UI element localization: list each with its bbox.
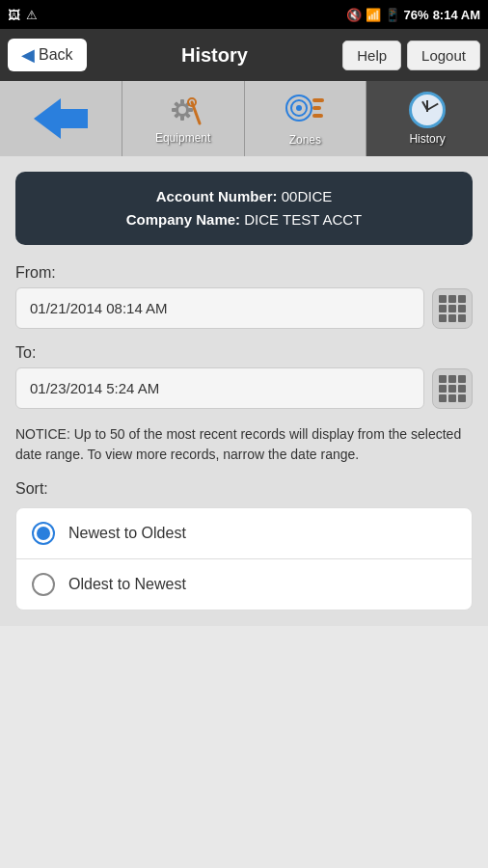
to-input-row: 01/23/2014 5:24 AM (15, 367, 473, 409)
tab-back[interactable] (0, 81, 122, 156)
svg-rect-15 (312, 98, 324, 102)
radio-newest[interactable] (32, 522, 55, 545)
svg-rect-17 (312, 114, 323, 118)
history-clock-icon (409, 92, 446, 128)
status-right-info: 🔇 📶 📱 76% 8:14 AM (346, 8, 480, 22)
back-arrow-tab-icon (34, 98, 88, 139)
zones-tab-label: Zones (289, 133, 321, 147)
main-content: Account Number: 00DICE Company Name: DIC… (0, 156, 488, 626)
to-date-input[interactable]: 01/23/2014 5:24 AM (15, 367, 424, 409)
time-display: 8:14 AM (433, 8, 480, 22)
grid-icon-2 (439, 375, 466, 402)
svg-rect-4 (172, 108, 176, 112)
account-number-label: Account Number: (156, 188, 278, 204)
tab-bar: Equipment Zones History (0, 81, 488, 156)
help-button[interactable]: Help (342, 41, 401, 70)
radio-oldest[interactable] (32, 573, 55, 596)
status-left-icons: 🖼 ⚠ (8, 8, 38, 22)
from-date-input[interactable]: 01/21/2014 08:14 AM (15, 287, 424, 329)
radio-newest-inner (37, 527, 50, 540)
nav-right-buttons: Help Logout (342, 41, 480, 70)
equipment-icon (165, 93, 202, 127)
account-number-value: 00DICE (282, 188, 333, 204)
sort-label: Sort: (15, 480, 473, 498)
mute-icon: 🔇 (346, 8, 362, 22)
sort-option-oldest[interactable]: Oldest to Newest (16, 559, 472, 610)
from-label: From: (15, 264, 473, 282)
sort-newest-label: Newest to Oldest (68, 525, 186, 542)
company-name-label: Company Name: (126, 211, 240, 228)
wifi-icon: 📶 (366, 8, 381, 22)
tab-history[interactable]: History (366, 81, 488, 156)
from-calendar-button[interactable] (432, 288, 473, 329)
back-button[interactable]: ◀ Back (8, 39, 87, 71)
back-label: Back (39, 46, 73, 64)
signal-icon: 📱 (385, 8, 400, 22)
sort-options-group: Newest to Oldest Oldest to Newest (15, 507, 473, 610)
sort-option-newest[interactable]: Newest to Oldest (16, 508, 472, 559)
svg-rect-16 (312, 106, 321, 110)
account-number-line: Account Number: 00DICE (31, 185, 457, 208)
svg-rect-2 (180, 99, 184, 104)
history-tab-label: History (409, 132, 445, 146)
svg-point-1 (178, 106, 186, 114)
notice-text: NOTICE: Up to 50 of the most recent reco… (15, 424, 473, 465)
grid-icon (439, 295, 466, 322)
logout-button[interactable]: Logout (407, 41, 480, 70)
from-input-row: 01/21/2014 08:14 AM (15, 287, 473, 329)
image-icon: 🖼 (8, 8, 20, 22)
page-title: History (181, 44, 248, 67)
battery-level: 76% (404, 8, 429, 22)
tab-equipment[interactable]: Equipment (122, 81, 245, 156)
top-nav: ◀ Back History Help Logout (0, 29, 488, 81)
company-name-value: DICE TEST ACCT (244, 211, 362, 228)
sort-oldest-label: Oldest to Newest (68, 576, 186, 593)
alert-icon: ⚠ (26, 8, 38, 22)
to-calendar-button[interactable] (432, 368, 473, 409)
to-label: To: (15, 344, 473, 362)
tab-zones[interactable]: Zones (245, 81, 367, 156)
account-info-box: Account Number: 00DICE Company Name: DIC… (15, 172, 473, 245)
svg-rect-5 (188, 108, 193, 112)
svg-point-14 (296, 105, 302, 111)
back-arrow-icon: ◀ (21, 44, 35, 66)
equipment-tab-label: Equipment (155, 131, 210, 145)
zones-icon (285, 91, 324, 129)
svg-rect-3 (180, 116, 184, 121)
company-name-line: Company Name: DICE TEST ACCT (31, 208, 457, 231)
status-bar: 🖼 ⚠ 🔇 📶 📱 76% 8:14 AM (0, 0, 488, 29)
